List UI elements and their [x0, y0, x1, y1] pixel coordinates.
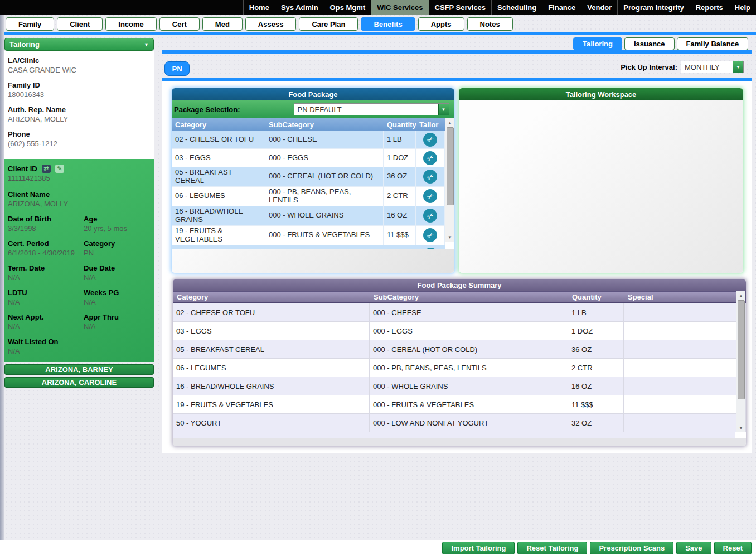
summary-scrollbar[interactable]: ▲ ▼: [736, 291, 745, 432]
cell-quantity: 36 OZ: [384, 167, 416, 187]
pickup-interval-select[interactable]: MONTHLY ▼: [681, 61, 744, 73]
nav-item-csfp-services[interactable]: CSFP Services: [429, 0, 492, 15]
table-row[interactable]: 19 - FRUITS & VEGETABLES000 - FRUITS & V…: [173, 395, 746, 414]
family-member-button[interactable]: ARIZONA, BARNEY: [4, 364, 154, 375]
family-member-buttons: ARIZONA, BARNEYARIZONA, CAROLINE: [4, 364, 154, 388]
sidebar-info-pair: Phone(602) 555-1212: [8, 130, 151, 148]
prescription-scans-button[interactable]: Prescription Scans: [590, 542, 673, 554]
info-value: ARIZONA, MOLLY: [8, 115, 151, 123]
scissors-glyph: ✂: [425, 171, 435, 182]
tab-notes[interactable]: Notes: [467, 17, 513, 31]
tab-assess[interactable]: Assess: [245, 17, 297, 31]
sidebar-info-pair: LA/ClinicCASA GRANDE WIC: [8, 56, 151, 74]
client-field-value: N/A: [8, 322, 81, 331]
tab-benefits[interactable]: Benefits: [361, 17, 415, 31]
table-row[interactable]: 16 - BREAD/WHOLE GRAINS000 - WHOLE GRAIN…: [172, 206, 454, 226]
tab-client[interactable]: Client: [57, 17, 103, 31]
scissors-icon[interactable]: ✂: [423, 189, 437, 203]
cell-quantity: 11 $$$: [568, 395, 624, 414]
cell-subcategory: 000 - CEREAL (HOT OR COLD): [370, 340, 568, 359]
scrollbar-thumb[interactable]: [738, 300, 745, 399]
column-header: Quantity: [384, 120, 416, 129]
tab-med[interactable]: Med: [202, 17, 243, 31]
nav-item-reports[interactable]: Reports: [690, 0, 729, 15]
table-row[interactable]: 02 - CHEESE OR TOFU000 - CHEESE1 LB✂: [172, 131, 454, 149]
cell-special: [624, 303, 746, 322]
nav-item-home[interactable]: Home: [243, 0, 275, 15]
cell-category: 19 - FRUITS & VEGETABLES: [172, 226, 265, 245]
table-row[interactable]: 05 - BREAKFAST CEREAL000 - CEREAL (HOT O…: [172, 167, 454, 187]
cell-subcategory: 000 - WHOLE GRAINS: [265, 206, 384, 226]
table-row[interactable]: 16 - BREAD/WHOLE GRAINS000 - WHOLE GRAIN…: [173, 377, 746, 395]
tab-care-plan[interactable]: Care Plan: [299, 17, 358, 31]
client-field-label: Weeks PG: [84, 288, 148, 297]
tab-income[interactable]: Income: [105, 17, 157, 31]
client-field: Appr ThruN/A: [84, 313, 151, 331]
scissors-icon[interactable]: ✂: [423, 151, 437, 165]
tab-appts[interactable]: Appts: [418, 17, 464, 31]
module-tabs: FamilyClientIncomeCertMedAssessCare Plan…: [6, 17, 513, 31]
nav-item-scheduling[interactable]: Scheduling: [491, 0, 542, 15]
module-tab-strip: FamilyClientIncomeCertMedAssessCare Plan…: [0, 15, 756, 32]
table-row[interactable]: 19 - FRUITS & VEGETABLES000 - FRUITS & V…: [172, 226, 454, 245]
column-header: SubCategory: [265, 120, 384, 129]
scissors-icon[interactable]: ✂: [423, 228, 437, 242]
save-button[interactable]: Save: [676, 542, 711, 554]
scrollbar-thumb[interactable]: [447, 127, 454, 205]
reset-tailoring-button[interactable]: Reset Tailoring: [517, 542, 587, 554]
table-row[interactable]: 50 - YOGURT000 - LOW AND NONFAT YOGURT32…: [173, 414, 746, 432]
category-pn-button[interactable]: PN: [164, 61, 190, 76]
table-row[interactable]: 06 - LEGUMES000 - PB, BEANS, PEAS, LENTI…: [172, 187, 454, 206]
view-tab-family-balance[interactable]: Family Balance: [677, 37, 749, 50]
table-row[interactable]: 02 - CHEESE OR TOFU000 - CHEESE1 LB: [173, 303, 746, 322]
scissors-icon[interactable]: ✂: [423, 133, 437, 147]
client-id-value: 11111421385: [8, 174, 151, 182]
client-field: Cert. Period6/1/2018 - 4/30/2019: [8, 239, 84, 257]
package-selection-select[interactable]: PN DEFAULT ▼: [294, 103, 449, 115]
reset-button[interactable]: Reset: [714, 542, 752, 554]
scissors-glyph: ✂: [425, 230, 435, 241]
cell-subcategory: 000 - WHOLE GRAINS: [370, 377, 568, 395]
footer-buttons: Import TailoringReset TailoringPrescript…: [442, 542, 752, 554]
tab-cert[interactable]: Cert: [159, 17, 200, 31]
nav-item-sys-admin[interactable]: Sys Admin: [275, 0, 324, 15]
column-header: Quantity: [569, 293, 624, 301]
info-label: Phone: [8, 130, 151, 138]
tab-family[interactable]: Family: [6, 17, 54, 31]
nav-item-help[interactable]: Help: [729, 0, 756, 15]
column-header: Tailor: [416, 120, 445, 129]
client-field-label: Date of Birth: [8, 215, 81, 223]
scissors-icon[interactable]: ✂: [423, 170, 437, 184]
client-field-value: N/A: [84, 273, 148, 282]
client-field-value: PN: [84, 249, 148, 257]
cell-category: 03 - EGGS: [172, 149, 265, 167]
scroll-down-icon[interactable]: ▼: [738, 424, 744, 431]
scissors-icon[interactable]: ✂: [423, 209, 437, 223]
client-field-value: N/A: [8, 347, 148, 355]
nav-item-finance[interactable]: Finance: [542, 0, 581, 15]
edit-client-icon[interactable]: ✎: [55, 165, 64, 173]
food-package-scrollbar[interactable]: ▲ ▼: [445, 118, 454, 242]
scroll-down-icon[interactable]: ▼: [447, 234, 453, 240]
nav-item-wic-services[interactable]: WIC Services: [371, 0, 428, 15]
view-tab-tailoring[interactable]: Tailoring: [573, 37, 622, 50]
table-row[interactable]: 03 - EGGS000 - EGGS1 DOZ: [173, 322, 746, 340]
cell-subcategory: 000 - PB, BEANS, PEAS, LENTILS: [265, 187, 384, 206]
scroll-up-icon[interactable]: ▲: [447, 119, 453, 126]
summary-footer: [173, 438, 746, 446]
import-tailoring-button[interactable]: Import Tailoring: [442, 542, 515, 554]
table-row[interactable]: 05 - BREAKFAST CEREAL000 - CEREAL (HOT O…: [173, 340, 746, 359]
family-member-button[interactable]: ARIZONA, CAROLINE: [4, 377, 154, 388]
client-field-value: N/A: [84, 298, 148, 306]
nav-item-program-integrity[interactable]: Program Integrity: [617, 0, 689, 15]
nav-item-vendor[interactable]: Vendor: [581, 0, 617, 15]
table-row[interactable]: 03 - EGGS000 - EGGS1 DOZ✂: [172, 149, 454, 167]
client-field-value: N/A: [84, 322, 148, 331]
client-field-value: N/A: [8, 298, 81, 306]
transfer-client-icon[interactable]: ⇄: [42, 165, 51, 173]
sidebar-tailoring-dropdown[interactable]: Tailoring ▼: [4, 38, 154, 51]
nav-item-ops-mgmt[interactable]: Ops Mgmt: [324, 0, 371, 15]
scroll-up-icon[interactable]: ▲: [738, 292, 744, 299]
view-tab-issuance[interactable]: Issuance: [624, 37, 675, 50]
table-row[interactable]: 06 - LEGUMES000 - PB, BEANS, PEAS, LENTI…: [173, 359, 746, 377]
